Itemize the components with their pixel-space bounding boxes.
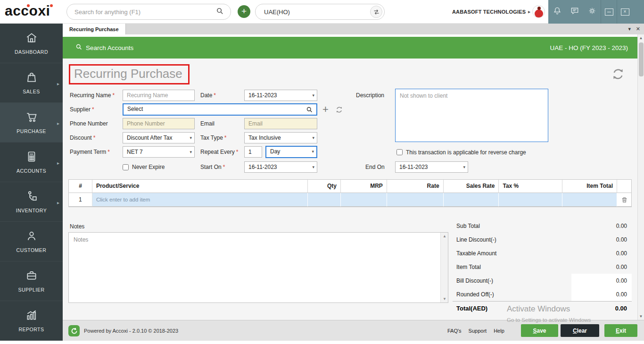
bill-discount-input[interactable]: 0.00: [571, 274, 632, 287]
briefcase-icon: [25, 269, 38, 284]
grand-total-value: 0.00: [615, 305, 627, 312]
global-search: [66, 4, 231, 20]
notes-textarea[interactable]: [69, 233, 440, 302]
chevron-down-icon: ▾: [190, 147, 192, 158]
reverse-charge-checkbox[interactable]: [396, 149, 403, 155]
sidebar-item-customer[interactable]: CUSTOMER: [0, 222, 63, 261]
discount-select[interactable]: Discount After Tax▾: [123, 132, 195, 143]
topbar-icon-block: ×: [548, 0, 644, 24]
item-total-cell[interactable]: [562, 193, 617, 207]
tab-close-button[interactable]: ✕: [636, 24, 640, 34]
company-menu[interactable]: AABASOFT TECHNOLOGIES ▸: [452, 0, 530, 24]
scroll-down-icon[interactable]: ▼: [638, 314, 644, 319]
product-cell[interactable]: Click enter to add item: [92, 193, 308, 207]
sidebar-item-purchase[interactable]: PURCHASE ▸: [0, 103, 63, 143]
payment-term-label: Payment Term*: [70, 146, 110, 158]
sidebar-item-reports[interactable]: REPORTS: [0, 301, 63, 341]
quick-add-button[interactable]: +: [238, 5, 250, 18]
sidebar-item-label: ACCOUNTS: [17, 168, 46, 174]
logo-dot: [50, 4, 53, 7]
window-close-button[interactable]: ×: [617, 0, 633, 24]
help-link[interactable]: Help: [494, 328, 504, 334]
sidebar-item-dashboard[interactable]: DASHBOARD: [0, 24, 63, 63]
payment-term-select[interactable]: NET 7▾: [123, 146, 195, 158]
rate-cell[interactable]: [387, 193, 444, 207]
sidebar-item-label: CUSTOMER: [17, 247, 47, 253]
switch-branch-icon[interactable]: [370, 6, 382, 18]
refresh-supplier-button[interactable]: [335, 106, 343, 116]
faq-link[interactable]: FAQ's: [447, 328, 462, 334]
chevron-right-icon: ▸: [57, 160, 59, 166]
repeat-every-label: Repeat Every*: [200, 146, 238, 158]
col-product: Product/Service: [92, 180, 308, 193]
summary-value: 0.00: [616, 250, 627, 257]
start-on-select[interactable]: 16-11-2023▾: [244, 161, 317, 173]
sidebar-item-supplier[interactable]: SUPPLIER: [0, 261, 63, 301]
sidebar-item-accounts[interactable]: ACCOUNTS ▸: [0, 143, 63, 182]
tax-type-select[interactable]: Tax Inclusive▾: [244, 132, 317, 143]
top-bar: accoxi + UAE(HO) AABASOFT TECHNOLOGIES ▸: [0, 0, 644, 24]
notes-scrollbar[interactable]: ▲ ▼: [440, 233, 448, 302]
search-accounts-button[interactable]: Search Accounts: [75, 43, 133, 52]
delete-row-button[interactable]: [617, 193, 631, 207]
messages-button[interactable]: [566, 0, 583, 24]
qty-cell[interactable]: [308, 193, 341, 207]
refresh-page-button[interactable]: [611, 67, 625, 83]
date-select[interactable]: 16-11-2023▾: [244, 90, 317, 101]
never-expire-checkbox[interactable]: [123, 164, 129, 170]
scroll-up-icon[interactable]: ▲: [441, 233, 448, 240]
sidebar-item-label: DASHBOARD: [15, 49, 48, 55]
col-rate: Rate: [387, 180, 444, 193]
company-name: AABASOFT TECHNOLOGIES: [452, 9, 526, 15]
sidebar-item-label: INVENTORY: [16, 208, 47, 213]
inventory-icon: [25, 190, 38, 204]
email-input[interactable]: [244, 118, 317, 129]
scroll-down-icon[interactable]: ▼: [441, 295, 448, 302]
clear-button[interactable]: Clear: [561, 324, 599, 337]
global-search-input[interactable]: [67, 8, 216, 16]
save-button[interactable]: Save: [521, 324, 558, 337]
description-textarea[interactable]: [395, 89, 548, 142]
phone-input[interactable]: [123, 118, 195, 129]
mrp-cell[interactable]: [341, 193, 387, 207]
repeat-unit-select[interactable]: Day▾: [265, 146, 317, 158]
search-icon[interactable]: [216, 7, 224, 17]
tab-recurring-purchase[interactable]: Recurring Purchase: [63, 24, 126, 34]
sidebar-item-label: SALES: [23, 89, 40, 94]
home-icon: [25, 32, 38, 46]
sales-rate-cell[interactable]: [444, 193, 499, 207]
chevron-down-icon: ▾: [312, 90, 314, 101]
chevron-down-icon: ▾: [312, 162, 314, 173]
tab-list-dropdown-button[interactable]: ▾: [628, 24, 631, 34]
vertical-scrollbar[interactable]: ▲ ▼: [637, 34, 644, 320]
rounded-off-input[interactable]: 0.00: [571, 287, 632, 301]
end-on-select[interactable]: 16-11-2023▾: [395, 161, 468, 173]
branch-selector[interactable]: UAE(HO): [255, 4, 385, 20]
close-icon: ✕: [636, 26, 640, 32]
settings-button[interactable]: [583, 0, 601, 24]
start-on-label: Start On*: [200, 161, 225, 173]
supplier-select[interactable]: Select: [123, 103, 317, 116]
add-supplier-button[interactable]: +: [322, 104, 329, 115]
user-avatar[interactable]: [532, 5, 545, 18]
recurring-name-input[interactable]: [123, 90, 195, 101]
refresh-icon: [335, 107, 343, 115]
notifications-button[interactable]: [548, 0, 566, 24]
support-link[interactable]: Support: [469, 328, 487, 334]
summary-row-subtotal: Sub Total0.00: [453, 219, 632, 233]
discount-label: Discount*: [70, 132, 95, 143]
window-restore-button[interactable]: [601, 0, 617, 24]
sidebar-item-inventory[interactable]: INVENTORY ▸: [0, 182, 63, 222]
items-table-header: # Product/Service Qty MRP Rate Sales Rat…: [69, 180, 631, 193]
chevron-right-icon: ▸: [57, 200, 59, 205]
scrollbar-thumb[interactable]: [639, 42, 644, 76]
chevron-right-icon: ▸: [528, 9, 530, 14]
exit-button[interactable]: Exit: [604, 324, 637, 337]
sidebar-item-sales[interactable]: SALES ▸: [0, 63, 63, 103]
scroll-up-icon[interactable]: ▲: [638, 36, 644, 40]
tax-cell[interactable]: [499, 193, 562, 207]
col-sales-rate: Sales Rate: [444, 180, 499, 193]
repeat-every-input[interactable]: [244, 146, 262, 158]
search-icon: [75, 43, 83, 52]
tax-type-label: Tax Type*: [200, 132, 226, 143]
